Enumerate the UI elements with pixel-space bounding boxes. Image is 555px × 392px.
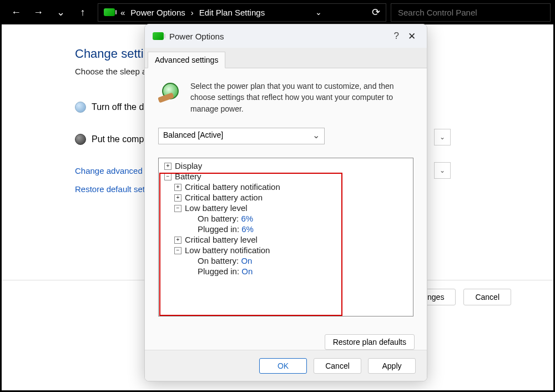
collapse-icon[interactable]: − — [174, 247, 181, 254]
low-level-on-battery-value[interactable]: 6% — [241, 214, 253, 223]
sleep-dropdown[interactable]: ⌄ — [434, 162, 451, 179]
breadcrumb-chevron: « — [120, 8, 125, 17]
settings-tree[interactable]: +Display −Battery +Critical battery noti… — [158, 158, 413, 316]
low-level-plugged-value[interactable]: 6% — [241, 224, 254, 234]
plugged-in-label: Plugged in: — [198, 224, 239, 234]
tree-crit-action[interactable]: Critical battery action — [185, 193, 263, 202]
close-icon[interactable]: ✕ — [405, 31, 419, 42]
expand-icon[interactable]: + — [174, 194, 181, 202]
breadcrumb-dropdown-icon[interactable]: ⌄ — [315, 8, 322, 17]
power-options-dialog: Power Options ? ✕ Advanced settings Sele… — [144, 24, 427, 381]
expand-icon[interactable]: + — [164, 163, 171, 170]
back-icon[interactable]: ← — [10, 7, 22, 18]
sleep-icon — [75, 134, 86, 145]
expand-icon[interactable]: + — [174, 184, 181, 191]
tree-crit-notif[interactable]: Critical battery notification — [185, 182, 280, 192]
display-icon — [75, 102, 86, 113]
search-input[interactable]: Search Control Panel — [391, 3, 551, 22]
apply-button[interactable]: Apply — [368, 358, 416, 374]
breadcrumb-item[interactable]: Edit Plan Settings — [199, 8, 265, 17]
plan-select[interactable]: Balanced [Active] — [158, 128, 325, 144]
tab-advanced-settings[interactable]: Advanced settings — [148, 52, 225, 68]
low-notif-on-battery-value[interactable]: On — [241, 256, 252, 265]
on-battery-label: On battery: — [198, 214, 239, 223]
power-icon — [104, 8, 115, 16]
cancel-button[interactable]: Cancel — [463, 289, 511, 305]
tree-low-notif[interactable]: Low battery notification — [185, 245, 270, 255]
ok-button[interactable]: OK — [259, 358, 307, 374]
tree-crit-level[interactable]: Critical battery level — [185, 235, 258, 244]
cancel-button[interactable]: Cancel — [314, 358, 361, 374]
dialog-icon — [153, 32, 164, 40]
dialog-title: Power Options — [169, 32, 224, 41]
refresh-icon[interactable]: ⟳ — [372, 6, 380, 18]
display-dropdown[interactable]: ⌄ — [434, 129, 451, 145]
collapse-icon[interactable]: − — [174, 205, 181, 212]
breadcrumb-item[interactable]: Power Options — [130, 8, 185, 17]
breadcrumb[interactable]: « Power Options › Edit Plan Settings ⌄ ⟳ — [98, 3, 386, 22]
restore-defaults-button[interactable]: Restore plan defaults — [325, 334, 415, 350]
search-placeholder: Search Control Panel — [398, 8, 477, 17]
collapse-icon[interactable]: − — [164, 173, 171, 180]
expand-icon[interactable]: + — [174, 237, 181, 244]
plugged-in-label: Plugged in: — [198, 267, 239, 276]
up-icon[interactable]: ↑ — [77, 7, 89, 18]
tree-battery[interactable]: Battery — [175, 172, 201, 181]
tree-display[interactable]: Display — [175, 161, 202, 170]
dialog-description: Select the power plan that you want to c… — [190, 81, 413, 114]
breadcrumb-sep: › — [191, 8, 194, 17]
forward-icon[interactable]: → — [32, 7, 44, 18]
recent-dropdown-icon[interactable]: ⌄ — [54, 6, 67, 18]
help-icon[interactable]: ? — [389, 31, 405, 42]
low-notif-plugged-value[interactable]: On — [241, 267, 253, 276]
tree-low-level[interactable]: Low battery level — [185, 203, 248, 213]
plan-select-value: Balanced [Active] — [163, 130, 223, 139]
on-battery-label: On battery: — [198, 256, 239, 265]
plan-icon — [158, 81, 183, 105]
